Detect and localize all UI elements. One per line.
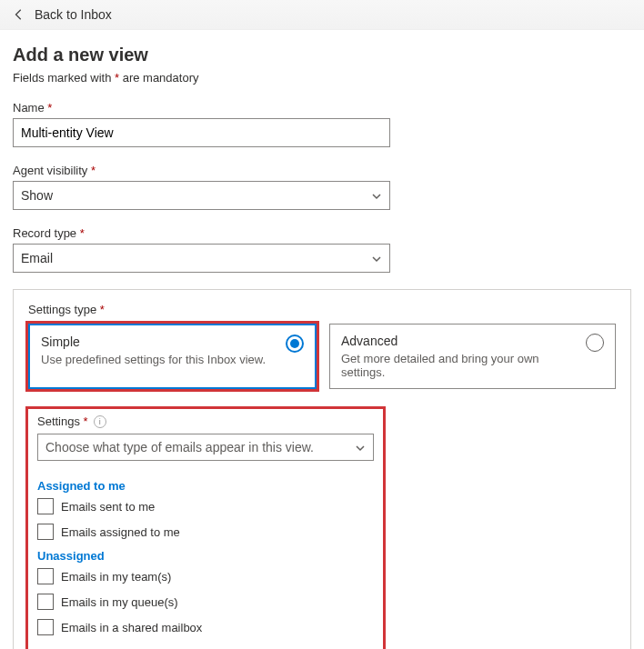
- option-emails-in-shared-mailbox[interactable]: Emails in a shared mailbox: [37, 619, 374, 635]
- option-emails-assigned-to-me[interactable]: Emails assigned to me: [37, 524, 374, 540]
- record-type-label: Record type *: [13, 226, 631, 240]
- chevron-down-icon: [371, 253, 382, 264]
- back-to-inbox-link[interactable]: Back to Inbox: [35, 7, 112, 22]
- record-type-select[interactable]: Email: [13, 244, 390, 273]
- checkbox-icon[interactable]: [37, 619, 54, 635]
- settings-options-panel: Assigned to me Emails sent to me Emails …: [37, 468, 374, 649]
- settings-type-advanced[interactable]: Advanced Get more detailed and bring you…: [329, 324, 616, 389]
- name-field: Name *: [13, 101, 631, 147]
- checkbox-icon[interactable]: [37, 594, 54, 610]
- group-assigned-title: Assigned to me: [37, 479, 374, 493]
- agent-visibility-select[interactable]: Show: [13, 181, 390, 210]
- checkbox-icon[interactable]: [37, 568, 54, 584]
- settings-section: Settings * i Choose what type of emails …: [28, 409, 383, 649]
- info-icon[interactable]: i: [94, 415, 106, 428]
- page-content: Add a new view Fields marked with * are …: [0, 30, 644, 649]
- option-emails-in-my-teams[interactable]: Emails in my team(s): [37, 568, 374, 584]
- name-input-wrapper[interactable]: [13, 118, 390, 147]
- settings-type-panel: Settings type * Simple Use predefined se…: [13, 289, 631, 649]
- settings-label: Settings *: [37, 414, 88, 428]
- agent-visibility-label: Agent visibility *: [13, 164, 631, 177]
- settings-placeholder: Choose what type of emails appear in thi…: [45, 440, 314, 454]
- settings-label-row: Settings * i: [37, 414, 374, 428]
- page-title: Add a new view: [13, 45, 631, 65]
- chevron-down-icon: [371, 190, 382, 201]
- settings-type-options: Simple Use predefined settings for this …: [28, 324, 616, 389]
- radio-selected-icon: [286, 334, 304, 353]
- option-emails-in-my-queues[interactable]: Emails in my queue(s): [37, 594, 374, 610]
- option-emails-sent-to-me[interactable]: Emails sent to me: [37, 498, 374, 514]
- simple-title: Simple: [41, 334, 266, 349]
- chevron-down-icon: [355, 442, 366, 453]
- name-input[interactable]: [21, 125, 382, 140]
- advanced-desc: Get more detailed and bring your own set…: [341, 352, 579, 379]
- advanced-title: Advanced: [341, 334, 579, 348]
- radio-unselected-icon: [586, 334, 604, 352]
- back-arrow-icon[interactable]: [13, 8, 25, 21]
- top-bar: Back to Inbox: [0, 0, 644, 30]
- agent-visibility-field: Agent visibility * Show: [13, 164, 631, 210]
- name-label: Name *: [13, 101, 631, 115]
- settings-dropdown[interactable]: Choose what type of emails appear in thi…: [37, 434, 374, 461]
- simple-desc: Use predefined settings for this Inbox v…: [41, 353, 266, 366]
- checkbox-icon[interactable]: [37, 498, 54, 514]
- record-type-value: Email: [21, 251, 53, 265]
- settings-type-label: Settings type *: [28, 303, 616, 316]
- checkbox-icon[interactable]: [37, 524, 54, 540]
- agent-visibility-value: Show: [21, 188, 53, 203]
- settings-type-simple[interactable]: Simple Use predefined settings for this …: [28, 324, 317, 389]
- mandatory-note: Fields marked with * are mandatory: [13, 71, 631, 85]
- group-unassigned-title: Unassigned: [37, 549, 374, 563]
- record-type-field: Record type * Email: [13, 226, 631, 273]
